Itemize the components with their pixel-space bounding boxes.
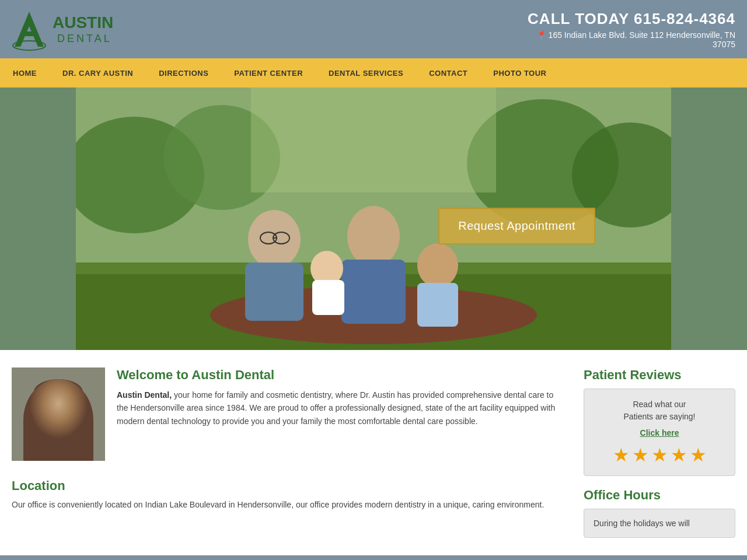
svg-point-32 bbox=[45, 407, 52, 412]
nav-contact[interactable]: CONTACT bbox=[416, 58, 480, 88]
svg-point-33 bbox=[65, 407, 72, 412]
svg-point-16 bbox=[347, 206, 400, 267]
contact-info: CALL TODAY 615-824-4364 📍 165 Indian Lak… bbox=[528, 10, 735, 49]
phone-display: CALL TODAY 615-824-4364 bbox=[528, 10, 735, 28]
footer: All rights reserved © Austin Dental | We… bbox=[0, 555, 747, 560]
star-4: ★ bbox=[671, 444, 687, 466]
office-hours-heading: Office Hours bbox=[584, 488, 735, 503]
star-1: ★ bbox=[613, 444, 630, 466]
svg-rect-15 bbox=[245, 262, 303, 321]
header: AUSTIN DENTAL CALL TODAY 615-824-4364 📍 … bbox=[0, 0, 747, 58]
click-here-link[interactable]: Click here bbox=[640, 428, 679, 438]
svg-point-36 bbox=[48, 416, 69, 424]
logo-area: AUSTIN DENTAL bbox=[12, 6, 163, 52]
office-hours-box: During the holidays we will bbox=[584, 509, 735, 538]
location-text: Our office is conveniently located on In… bbox=[12, 498, 566, 511]
star-2: ★ bbox=[632, 444, 649, 466]
svg-point-30 bbox=[34, 379, 83, 405]
phone-number: 615-824-4364 bbox=[634, 10, 735, 27]
svg-rect-19 bbox=[312, 280, 344, 315]
welcome-text: Welcome to Austin Dental Austin Dental, … bbox=[117, 368, 566, 461]
svg-rect-17 bbox=[341, 260, 406, 324]
reviews-box-text: Read what our Patients are saying! bbox=[594, 398, 725, 423]
nav-home[interactable]: HOME bbox=[0, 58, 50, 88]
nav-photo-tour[interactable]: PHOTO TOUR bbox=[480, 58, 559, 88]
office-hours-section: Office Hours During the holidays we will bbox=[584, 488, 735, 538]
request-appointment-button[interactable]: Request Appointment bbox=[438, 208, 595, 244]
address-text: 165 Indian Lake Blvd. Suite 112 Henderso… bbox=[549, 30, 735, 49]
svg-point-37 bbox=[30, 406, 38, 418]
svg-marker-28 bbox=[54, 426, 63, 440]
welcome-heading: Welcome to Austin Dental bbox=[117, 368, 566, 383]
hero-image: Request Appointment bbox=[76, 88, 671, 350]
main-content: Welcome to Austin Dental Austin Dental, … bbox=[0, 350, 747, 555]
location-heading: Location bbox=[12, 478, 566, 494]
logo-svg: AUSTIN DENTAL bbox=[12, 6, 163, 52]
svg-rect-10 bbox=[251, 88, 496, 192]
hero-section: Request Appointment bbox=[0, 88, 747, 350]
star-rating: ★ ★ ★ ★ ★ bbox=[594, 444, 725, 466]
welcome-paragraph: Austin Dental, your home for family and … bbox=[117, 388, 566, 428]
right-column: Patient Reviews Read what our Patients a… bbox=[584, 368, 735, 538]
star-3: ★ bbox=[651, 444, 668, 466]
svg-rect-26 bbox=[29, 420, 88, 461]
star-5: ★ bbox=[690, 444, 707, 466]
nav-directions[interactable]: DIRECTIONS bbox=[146, 58, 221, 88]
svg-rect-31 bbox=[34, 392, 83, 401]
address: 📍 165 Indian Lake Blvd. Suite 112 Hender… bbox=[528, 30, 735, 49]
svg-text:AUSTIN: AUSTIN bbox=[53, 13, 113, 32]
left-column: Welcome to Austin Dental Austin Dental, … bbox=[12, 368, 584, 538]
reviews-heading: Patient Reviews bbox=[584, 368, 735, 383]
svg-rect-27 bbox=[50, 423, 67, 461]
nav-dr-cary-austin[interactable]: DR. CARY AUSTIN bbox=[50, 58, 146, 88]
nav-dental-services[interactable]: DENTAL SERVICES bbox=[316, 58, 416, 88]
review-box: Read what our Patients are saying! Click… bbox=[584, 388, 735, 476]
office-hours-preview: During the holidays we will bbox=[594, 519, 725, 528]
svg-point-38 bbox=[79, 406, 87, 418]
svg-point-35 bbox=[67, 408, 70, 412]
svg-rect-25 bbox=[12, 368, 105, 461]
svg-point-29 bbox=[34, 383, 83, 439]
welcome-section: Welcome to Austin Dental Austin Dental, … bbox=[12, 368, 566, 461]
main-nav: HOME DR. CARY AUSTIN DIRECTIONS PATIENT … bbox=[0, 58, 747, 88]
svg-marker-1 bbox=[22, 32, 36, 36]
svg-point-34 bbox=[47, 408, 50, 412]
reviews-section: Patient Reviews Read what our Patients a… bbox=[584, 368, 735, 476]
call-today-label: CALL TODAY bbox=[528, 10, 629, 27]
svg-text:DENTAL: DENTAL bbox=[57, 33, 112, 44]
pin-icon: 📍 bbox=[536, 30, 546, 40]
nav-patient-center[interactable]: PATIENT CENTER bbox=[221, 58, 316, 88]
doctor-photo-svg bbox=[12, 368, 105, 461]
svg-rect-21 bbox=[417, 283, 458, 327]
svg-point-14 bbox=[248, 210, 301, 268]
location-section: Location Our office is conveniently loca… bbox=[12, 478, 566, 511]
svg-point-20 bbox=[417, 243, 458, 288]
doctor-photo bbox=[12, 368, 105, 461]
